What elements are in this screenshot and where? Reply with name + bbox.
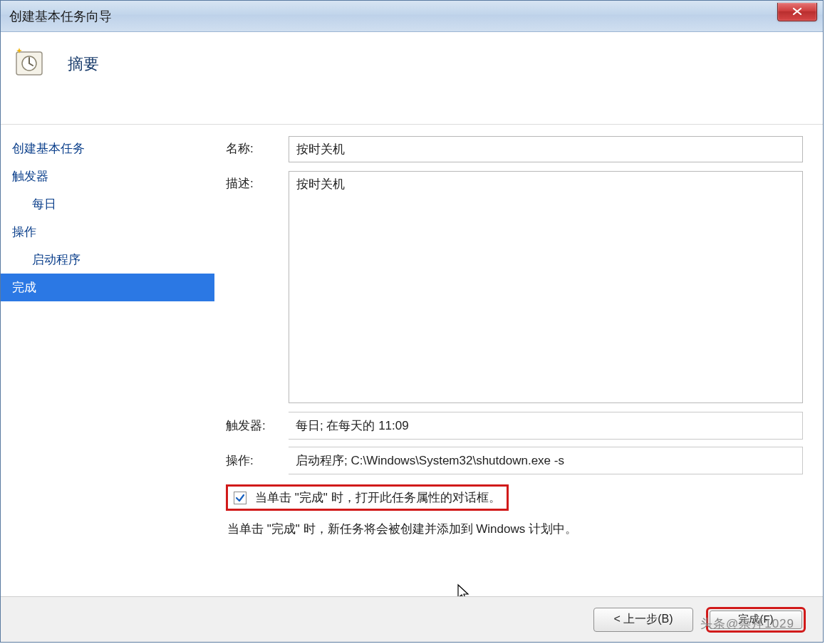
footer: < 上一步(B) 完成(F) (1, 596, 823, 642)
desc-label: 描述: (226, 171, 289, 192)
name-field[interactable]: 按时关机 (289, 136, 803, 162)
sidebar: 创建基本任务 触发器 每日 操作 启动程序 完成 (1, 125, 214, 596)
action-label: 操作: (226, 452, 289, 469)
sidebar-item-finish[interactable]: 完成 (1, 274, 214, 301)
wizard-window: 创建基本任务向导 摘要 创建基本任务 触发器 每日 操作 (0, 0, 824, 643)
action-row: 操作: 启动程序; C:\Windows\System32\shutdown.e… (226, 447, 803, 474)
trigger-row: 触发器: 每日; 在每天的 11:09 (226, 412, 803, 440)
open-properties-label: 当单击 "完成" 时，打开此任务属性的对话框。 (255, 489, 501, 506)
sidebar-item-daily[interactable]: 每日 (1, 190, 214, 218)
checkmark-icon (235, 493, 245, 503)
action-value: 启动程序; C:\Windows\System32\shutdown.exe -… (289, 447, 803, 474)
close-button[interactable] (777, 3, 817, 21)
page-title: 摘要 (68, 53, 99, 75)
trigger-value: 每日; 在每天的 11:09 (289, 412, 803, 440)
window-title: 创建基本任务向导 (9, 8, 112, 25)
sidebar-item-start-program[interactable]: 启动程序 (1, 246, 214, 274)
finish-note: 当单击 "完成" 时，新任务将会被创建并添加到 Windows 计划中。 (227, 521, 803, 537)
titlebar: 创建基本任务向导 (1, 1, 823, 32)
desc-field[interactable]: 按时关机 (289, 171, 803, 403)
back-button[interactable]: < 上一步(B) (593, 608, 693, 632)
open-properties-highlight: 当单击 "完成" 时，打开此任务属性的对话框。 (226, 484, 509, 511)
name-label: 名称: (226, 136, 289, 157)
sidebar-item-trigger[interactable]: 触发器 (1, 162, 214, 190)
finish-button[interactable]: 完成(F) (710, 611, 802, 629)
body: 创建基本任务 触发器 每日 操作 启动程序 完成 名称: 按时关机 描述: 按时… (1, 125, 823, 596)
open-properties-checkbox[interactable] (234, 492, 247, 504)
sidebar-item-action[interactable]: 操作 (1, 218, 214, 246)
sidebar-item-create-task[interactable]: 创建基本任务 (1, 135, 214, 162)
main-panel: 名称: 按时关机 描述: 按时关机 触发器: 每日; 在每天的 11:09 操作… (214, 125, 823, 596)
desc-row: 描述: 按时关机 (226, 171, 803, 403)
wizard-icon (12, 45, 46, 79)
name-row: 名称: 按时关机 (226, 136, 803, 162)
header-band: 摘要 (1, 32, 823, 125)
close-icon (792, 7, 803, 16)
trigger-label: 触发器: (226, 417, 289, 434)
finish-highlight: 完成(F) (706, 607, 806, 633)
